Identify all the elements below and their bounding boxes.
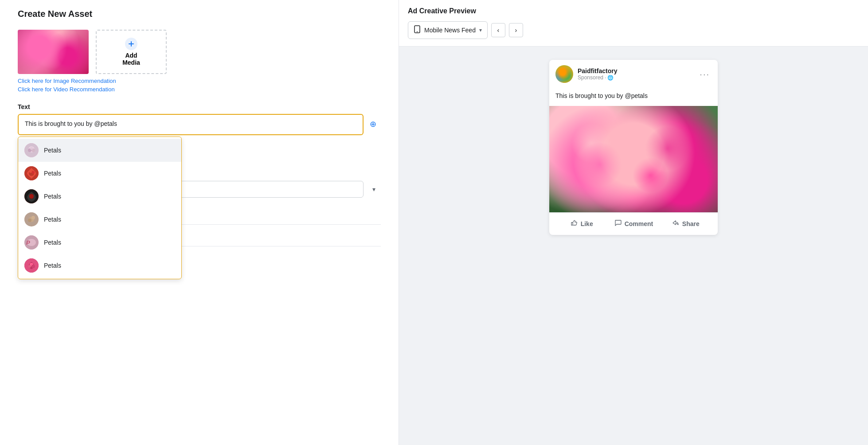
- autocomplete-avatar-4: P: [24, 235, 39, 250]
- advertiser-avatar-image: [555, 65, 573, 83]
- share-button[interactable]: Share: [660, 215, 712, 233]
- image-rec-link[interactable]: Click here for Image Recommendation: [18, 78, 381, 84]
- thumbnail-image: [18, 30, 89, 74]
- share-icon: [672, 219, 680, 229]
- page-title: Create New Asset: [18, 9, 381, 19]
- recommendation-links: Click here for Image Recommendation Clic…: [18, 78, 381, 93]
- placement-selector[interactable]: Mobile News Feed ▾: [408, 21, 488, 39]
- autocomplete-item-5[interactable]: Petals: [18, 254, 181, 277]
- autocomplete-name-2: Petals: [44, 193, 61, 200]
- like-icon: [570, 219, 578, 229]
- svg-point-16: [28, 219, 31, 222]
- autocomplete-avatar-1: [24, 166, 39, 180]
- advertiser-info: Paidfitfactory Sponsored · 🌐: [578, 67, 693, 81]
- preview-controls: Mobile News Feed ▾ ‹ ›: [408, 21, 859, 39]
- text-input[interactable]: This is brought to you by @petals: [18, 114, 364, 135]
- right-panel: Ad Creative Preview Mobile News Feed ▾ ‹…: [399, 0, 868, 445]
- autocomplete-name-1: Petals: [44, 170, 61, 177]
- advertiser-name: Paidfitfactory: [578, 67, 693, 74]
- autocomplete-name-0: Petals: [44, 147, 61, 154]
- preview-next-button[interactable]: ›: [509, 23, 523, 37]
- advertiser-avatar: [555, 65, 573, 83]
- svg-point-23: [28, 265, 31, 268]
- autocomplete-avatar-0: [24, 143, 39, 157]
- mobile-icon: [414, 25, 421, 35]
- preview-prev-button[interactable]: ‹: [491, 23, 505, 37]
- autocomplete-item-2[interactable]: Petals: [18, 185, 181, 208]
- text-field-section: Text This is brought to you by @petals ⊕: [18, 103, 381, 137]
- ad-card-header: Paidfitfactory Sponsored · 🌐 ···: [549, 60, 718, 88]
- svg-point-8: [29, 170, 32, 173]
- ad-image-overlay: [549, 106, 718, 212]
- globe-icon: 🌐: [607, 75, 614, 81]
- plus-icon: [125, 38, 137, 50]
- select-chevron-icon: ▾: [372, 186, 375, 193]
- svg-point-15: [31, 216, 35, 219]
- ad-card: Paidfitfactory Sponsored · 🌐 ··· This is…: [549, 60, 718, 235]
- ad-actions: Like Comment: [549, 212, 718, 235]
- sponsored-label: Sponsored · 🌐: [578, 74, 693, 81]
- media-thumbnail: [18, 30, 89, 74]
- add-media-button[interactable]: Add Media: [96, 30, 167, 74]
- autocomplete-dropdown: Petals Petals: [18, 137, 182, 279]
- ad-preview-title: Ad Creative Preview: [408, 7, 859, 15]
- autocomplete-name-5: Petals: [44, 262, 61, 269]
- svg-text:P: P: [26, 239, 30, 246]
- add-media-label: Add Media: [122, 52, 140, 66]
- autocomplete-avatar-3: [24, 212, 39, 226]
- media-section: Add Media: [18, 30, 381, 74]
- placement-label: Mobile News Feed: [424, 27, 476, 34]
- autocomplete-name-3: Petals: [44, 216, 61, 223]
- svg-point-9: [32, 171, 35, 174]
- svg-point-5: [30, 147, 33, 150]
- ad-image: [549, 106, 718, 212]
- comment-button[interactable]: Comment: [607, 215, 659, 233]
- share-label: Share: [682, 220, 700, 227]
- placement-chevron-icon: ▾: [479, 27, 482, 33]
- ad-text: This is brought to you by @petals: [549, 88, 718, 106]
- ad-preview-area: Paidfitfactory Sponsored · 🌐 ··· This is…: [399, 47, 868, 248]
- autocomplete-item-1[interactable]: Petals: [18, 162, 181, 185]
- autocomplete-item-4[interactable]: P Petals: [18, 231, 181, 254]
- svg-point-25: [417, 31, 418, 32]
- svg-point-22: [31, 265, 35, 268]
- comment-label: Comment: [625, 220, 653, 227]
- ad-preview-header: Ad Creative Preview Mobile News Feed ▾ ‹…: [399, 0, 868, 47]
- video-rec-link[interactable]: Click here for Video Recommendation: [18, 86, 381, 93]
- comment-icon: [614, 219, 622, 229]
- autocomplete-item-3[interactable]: Petals: [18, 208, 181, 231]
- text-input-wrapper: This is brought to you by @petals ⊕: [18, 114, 381, 137]
- emoji-icon[interactable]: ⊕: [370, 119, 376, 129]
- text-field-label: Text: [18, 103, 381, 110]
- autocomplete-item-0[interactable]: Petals: [18, 139, 181, 162]
- like-button[interactable]: Like: [555, 215, 607, 233]
- autocomplete-name-4: Petals: [44, 239, 61, 246]
- autocomplete-avatar-5: [24, 258, 39, 273]
- more-options-button[interactable]: ···: [698, 69, 712, 79]
- left-panel: Create New Asset Add Media: [0, 0, 399, 445]
- like-label: Like: [581, 220, 593, 227]
- autocomplete-avatar-2: [24, 189, 39, 203]
